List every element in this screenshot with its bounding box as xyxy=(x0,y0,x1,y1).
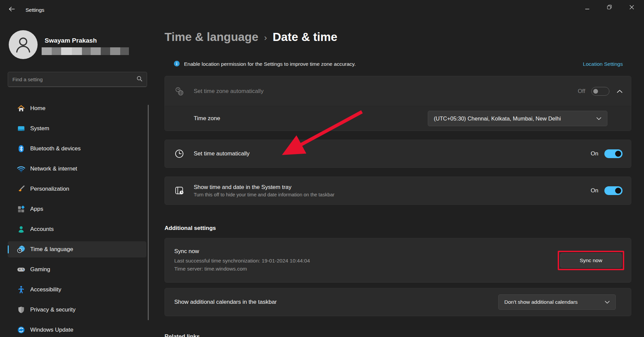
accessibility-icon xyxy=(17,285,26,294)
sidebar-item-label: Personalization xyxy=(30,186,69,192)
system-tray-toggle[interactable] xyxy=(604,186,623,195)
sync-last-success: Last successful time synchronization: 19… xyxy=(174,257,310,265)
calendars-value: Don't show additional calendars xyxy=(504,299,578,305)
toggle-knob xyxy=(615,188,621,194)
set-timezone-card: Set time zone automatically Off Time zon… xyxy=(165,76,631,131)
sidebar-item-label: Network & internet xyxy=(30,165,77,172)
set-time-label: Set time automatically xyxy=(194,150,249,157)
time-language-icon xyxy=(17,245,26,254)
search-icon xyxy=(137,76,142,83)
sync-row: Sync now Last successful time synchroniz… xyxy=(165,238,631,282)
sidebar-item-label: Windows Update xyxy=(30,327,74,333)
sidebar-item-label: System xyxy=(30,125,49,132)
system-tray-row: Show time and date in the System tray Tu… xyxy=(165,177,631,204)
network-icon xyxy=(17,164,26,173)
sidebar-item-gaming[interactable]: Gaming xyxy=(8,261,146,278)
timezone-label: Time zone xyxy=(194,115,220,122)
apps-icon xyxy=(17,205,26,213)
sidebar-item-label: Accessibility xyxy=(30,286,61,293)
system-tray-state: On xyxy=(591,187,598,194)
set-time-row: Set time automatically On xyxy=(165,140,631,167)
sidebar-nav: Home System Bluetooth & devices Network … xyxy=(8,100,146,337)
sidebar-item-label: Gaming xyxy=(30,266,50,273)
timezone-value: (UTC+05:30) Chennai, Kolkata, Mumbai, Ne… xyxy=(434,115,561,122)
back-button[interactable] xyxy=(5,4,18,15)
set-timezone-row: Set time zone automatically Off xyxy=(165,76,631,106)
system-tray-label: Show time and date in the System tray xyxy=(194,184,334,191)
page-title: Date & time xyxy=(273,30,337,44)
sidebar-item-home[interactable]: Home xyxy=(8,100,146,116)
timezone-row: Time zone (UTC+05:30) Chennai, Kolkata, … xyxy=(165,106,631,131)
sidebar-item-personalization[interactable]: Personalization xyxy=(8,181,146,197)
set-time-state: On xyxy=(591,150,598,157)
search-input[interactable]: Find a setting xyxy=(8,72,147,87)
sidebar-item-time-language[interactable]: Time & language xyxy=(8,241,146,257)
titlebar: Settings xyxy=(0,0,644,19)
user-avatar[interactable] xyxy=(9,30,38,59)
personalization-icon xyxy=(17,185,26,193)
sidebar-item-system[interactable]: System xyxy=(8,121,146,137)
chevron-up-icon[interactable] xyxy=(617,90,623,93)
sidebar-item-label: Privacy & security xyxy=(30,306,76,313)
sidebar-item-apps[interactable]: Apps xyxy=(8,201,146,217)
sidebar-item-accessibility[interactable]: Accessibility xyxy=(8,282,146,298)
back-arrow-icon xyxy=(8,6,15,13)
clock-icon xyxy=(174,149,184,159)
search-placeholder: Find a setting xyxy=(12,77,137,82)
bluetooth-icon xyxy=(17,144,26,153)
sidebar-scrollbar[interactable] xyxy=(148,105,149,320)
user-name: Swayam Prakash xyxy=(45,37,97,44)
gaming-icon xyxy=(17,265,26,274)
sync-now-button[interactable]: Sync now xyxy=(560,253,622,268)
timezone-globe-clock-icon xyxy=(174,86,184,96)
minimize-button[interactable] xyxy=(576,0,598,15)
toggle-knob xyxy=(593,89,598,94)
system-tray-card: Show time and date in the System tray Tu… xyxy=(165,177,631,205)
partial-section-heading: Related links xyxy=(165,333,200,337)
calendar-clock-icon xyxy=(174,185,185,196)
set-timezone-label: Set time zone automatically xyxy=(194,88,264,95)
set-time-toggle[interactable] xyxy=(604,149,623,158)
close-button[interactable] xyxy=(620,0,643,15)
breadcrumb-separator-icon: › xyxy=(264,29,267,45)
restore-icon xyxy=(607,5,612,11)
chevron-down-icon xyxy=(601,301,610,304)
location-permission-banner: Enable location permission for the Setti… xyxy=(165,58,631,70)
toggle-knob xyxy=(615,151,621,157)
system-tray-description: Turn this off to hide your time and date… xyxy=(194,192,334,197)
calendars-label: Show additional calendars in the taskbar xyxy=(174,299,277,305)
home-icon xyxy=(17,104,26,113)
accounts-icon xyxy=(17,225,26,234)
banner-message: Enable location permission for the Setti… xyxy=(184,61,356,67)
sidebar-item-bluetooth[interactable]: Bluetooth & devices xyxy=(8,141,146,157)
calendars-card: Show additional calendars in the taskbar… xyxy=(165,288,631,316)
window-controls xyxy=(576,0,643,15)
sync-time-server: Time server: time.windows.com xyxy=(174,265,310,273)
redacted-email xyxy=(42,47,129,55)
sidebar-item-network[interactable]: Network & internet xyxy=(8,161,146,177)
set-timezone-toggle[interactable] xyxy=(591,87,609,96)
timezone-dropdown[interactable]: (UTC+05:30) Chennai, Kolkata, Mumbai, Ne… xyxy=(428,111,607,126)
sidebar-item-accounts[interactable]: Accounts xyxy=(8,221,146,237)
close-icon xyxy=(630,5,634,11)
system-icon xyxy=(17,124,26,133)
set-timezone-state: Off xyxy=(578,88,585,95)
sidebar-item-label: Bluetooth & devices xyxy=(30,145,81,152)
person-icon xyxy=(14,35,33,55)
system-tray-text: Show time and date in the System tray Tu… xyxy=(194,184,334,197)
sidebar-item-privacy[interactable]: Privacy & security xyxy=(8,302,146,318)
breadcrumb: Time & language › Date & time xyxy=(165,29,337,45)
sidebar-item-windows-update[interactable]: Windows Update xyxy=(8,322,146,337)
calendars-row: Show additional calendars in the taskbar… xyxy=(165,288,631,316)
app-title: Settings xyxy=(26,7,44,13)
location-settings-link[interactable]: Location Settings xyxy=(583,61,623,67)
restore-button[interactable] xyxy=(598,0,620,15)
sidebar-item-label: Apps xyxy=(30,206,43,212)
selected-accent-pill xyxy=(8,245,9,253)
sidebar-item-label: Home xyxy=(30,105,45,112)
sync-title: Sync now xyxy=(174,248,310,255)
breadcrumb-section[interactable]: Time & language xyxy=(165,30,258,44)
set-time-card: Set time automatically On xyxy=(165,140,631,168)
calendars-dropdown[interactable]: Don't show additional calendars xyxy=(498,294,616,310)
red-highlight-box: Sync now xyxy=(558,251,624,270)
